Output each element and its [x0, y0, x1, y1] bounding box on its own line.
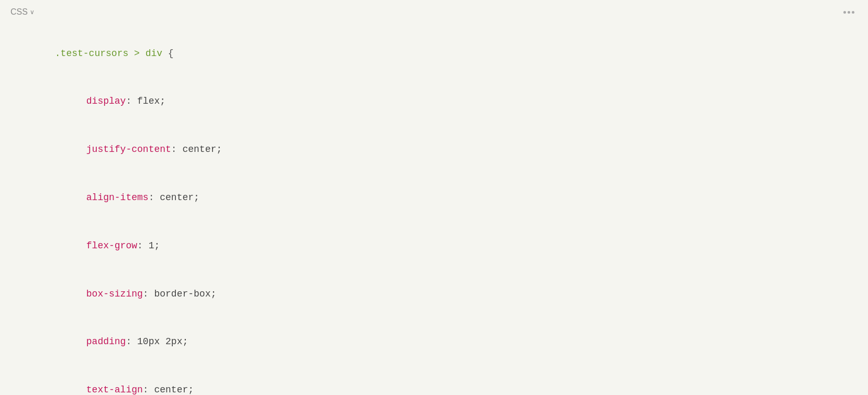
code-line-2: display: flex; — [21, 78, 847, 126]
value-1: 1; — [149, 240, 160, 251]
property-align-items: align-items — [86, 192, 149, 203]
property-text-align: text-align — [86, 385, 143, 395]
code-line-1: .test-cursors > div { — [21, 29, 847, 78]
dot-icon-1 — [843, 11, 846, 14]
dot-icon-3 — [852, 11, 854, 14]
value-center-1: center; — [182, 144, 222, 155]
value-center-3: center; — [154, 385, 194, 395]
property-padding: padding — [86, 336, 126, 347]
property-display: display — [86, 96, 126, 106]
property-box-sizing: box-sizing — [86, 289, 143, 299]
value-border-box: border-box; — [154, 289, 216, 299]
language-name: CSS — [10, 7, 28, 17]
property-flex-grow: flex-grow — [86, 240, 137, 251]
code-line-3: justify-content: center; — [21, 126, 847, 174]
chevron-down-icon: ∨ — [30, 8, 35, 16]
code-line-8: text-align: center; — [21, 366, 847, 395]
language-selector[interactable]: CSS ∨ — [10, 7, 35, 17]
code-line-5: flex-grow: 1; — [21, 222, 847, 270]
editor-container: CSS ∨ .test-cursors > div { display: fle… — [0, 0, 868, 395]
code-editor[interactable]: .test-cursors > div { display: flex; jus… — [0, 24, 868, 395]
selector-text: .test-cursors > div — [55, 48, 168, 59]
code-line-4: align-items: center; — [21, 173, 847, 222]
code-line-7: padding: 10px 2px; — [21, 318, 847, 366]
more-options-button[interactable] — [840, 9, 858, 16]
dot-icon-2 — [848, 11, 850, 14]
code-line-6: box-sizing: border-box; — [21, 270, 847, 318]
property-justify-content: justify-content — [86, 144, 171, 155]
header-bar: CSS ∨ — [0, 0, 868, 24]
value-center-2: center; — [160, 192, 199, 203]
value-flex: flex; — [137, 96, 165, 106]
value-padding: 10px 2px; — [137, 336, 188, 347]
